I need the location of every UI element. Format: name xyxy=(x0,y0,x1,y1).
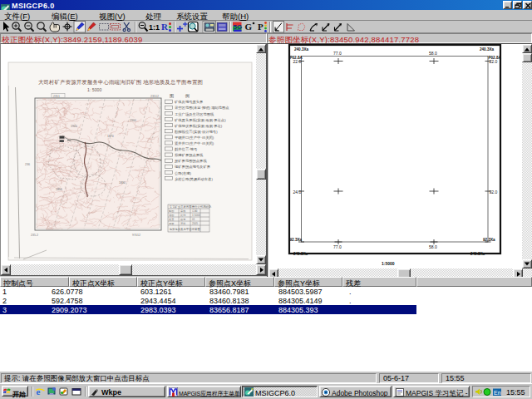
svg-text:92.0: 92.0 xyxy=(490,190,498,195)
svg-text:1830: 1830 xyxy=(119,181,126,185)
svg-text:公路(在建): 公路(在建) xyxy=(175,171,192,175)
svg-text:图号: 图号 xyxy=(180,218,186,221)
svg-text:描图: 描图 xyxy=(169,214,174,217)
svg-text:P02.8A: P02.8A xyxy=(489,56,502,60)
svg-text:92.3Xa: 92.3Xa xyxy=(483,238,495,242)
svg-text:En: En xyxy=(494,390,501,396)
svg-text:某某矿业开发有限责任公司测绘队: 某某矿业开发有限责任公司测绘队 xyxy=(170,204,212,209)
svg-text:92.3Xa: 92.3Xa xyxy=(290,238,303,242)
svg-text:240.3Xa: 240.3Xa xyxy=(480,47,495,52)
svg-text:P02.8A: P02.8A xyxy=(290,56,303,60)
svg-text:审核: 审核 xyxy=(180,209,186,213)
svg-text:2005: 2005 xyxy=(192,222,198,225)
svg-text:23512: 23512 xyxy=(150,95,159,98)
svg-text:e: e xyxy=(37,387,41,397)
svg-text:2351: 2351 xyxy=(53,95,60,98)
svg-text:图 例: 图 例 xyxy=(170,93,195,99)
svg-text:58.0: 58.0 xyxy=(429,244,437,249)
svg-text:97012: 97012 xyxy=(132,234,140,237)
svg-text:240.3Xa: 240.3Xa xyxy=(294,47,309,52)
svg-text:1920: 1920 xyxy=(71,125,77,128)
svg-text:1:5000: 1:5000 xyxy=(382,261,395,266)
svg-text:比例: 比例 xyxy=(180,214,185,217)
svg-text:5G: 5G xyxy=(234,23,243,31)
svg-text:1:5000: 1:5000 xyxy=(192,214,200,217)
svg-text:1: 5000: 1: 5000 xyxy=(87,87,101,92)
svg-text:1900: 1900 xyxy=(130,119,136,122)
svg-text:77.0: 77.0 xyxy=(333,244,342,249)
svg-text:01: 01 xyxy=(192,218,195,221)
svg-text:1850: 1850 xyxy=(56,188,62,191)
svg-text:240.3Xa: 240.3Xa xyxy=(293,252,308,256)
svg-text:1870: 1870 xyxy=(107,135,114,138)
svg-text:制图: 制图 xyxy=(169,209,174,213)
svg-text:77.0: 77.0 xyxy=(333,51,342,56)
svg-text:240.3Xa: 240.3Xa xyxy=(470,252,485,256)
svg-text:地形地质及总平面布置图: 地形地质及总平面布置图 xyxy=(169,227,200,231)
svg-text:G: G xyxy=(245,22,253,32)
svg-text:P: P xyxy=(258,22,264,32)
svg-text:235.2: 235.2 xyxy=(31,234,38,237)
svg-text:测量: 测量 xyxy=(169,222,175,225)
svg-text:日期: 日期 xyxy=(192,209,197,213)
svg-text:采空区范围(未定·探明) 塌陷范围点: 采空区范围(未定·探明) 塌陷范围点 xyxy=(175,106,229,110)
svg-text:大司村矿产资源开发服务中心雨端沟旧矿围 地形地质及总平面布置: 大司村矿产资源开发服务中心雨端沟旧矿围 地形地质及总平面布置图 xyxy=(38,79,203,86)
svg-text:R: R xyxy=(161,22,169,32)
svg-text:24.0: 24.0 xyxy=(293,190,302,195)
svg-text:资料: 资料 xyxy=(180,222,186,225)
svg-text:58.0: 58.0 xyxy=(429,51,437,56)
svg-text:检查: 检查 xyxy=(169,218,174,221)
svg-text:1:1: 1:1 xyxy=(149,23,160,32)
svg-text:236: 236 xyxy=(25,163,30,166)
